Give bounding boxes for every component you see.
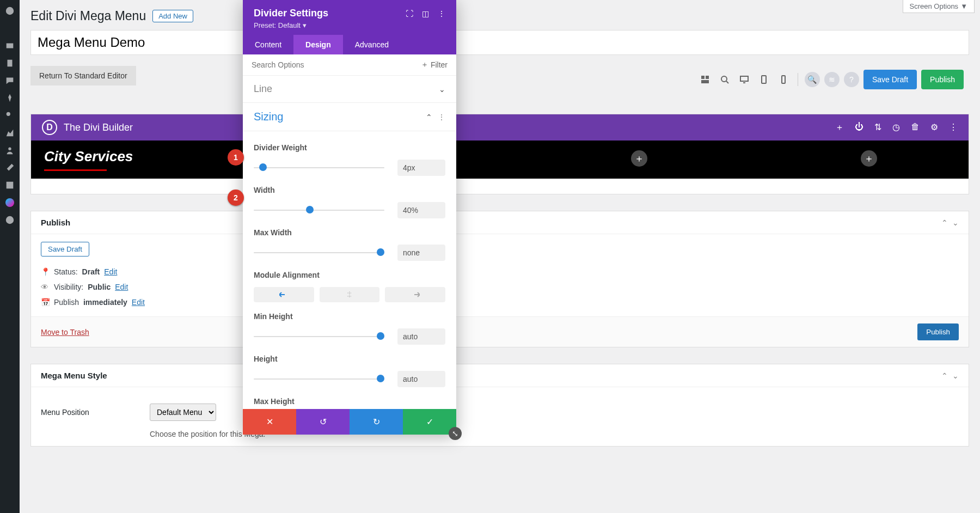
- cancel-button[interactable]: ✕: [243, 409, 296, 435]
- eye-icon: 👁: [41, 283, 50, 291]
- main-content: Edit Divi Mega Menu Add New Return To St…: [20, 0, 980, 468]
- pin2-icon[interactable]: [0, 89, 20, 107]
- confirm-button[interactable]: ✓: [403, 409, 456, 435]
- zoom-icon[interactable]: [717, 72, 732, 87]
- divider-weight-input[interactable]: [397, 160, 445, 176]
- visibility-edit-link[interactable]: Edit: [115, 283, 128, 291]
- max-height-label: Max Height: [254, 397, 445, 406]
- pin-icon[interactable]: [0, 20, 20, 37]
- resize-handle[interactable]: ⤡: [449, 427, 462, 440]
- desktop-icon[interactable]: [737, 72, 752, 87]
- layers-circle-icon[interactable]: ≋: [824, 72, 840, 87]
- height-slider[interactable]: [254, 377, 384, 381]
- add-module-button-2[interactable]: ＋: [861, 150, 877, 167]
- search-options-input[interactable]: [252, 60, 421, 69]
- phone-icon[interactable]: [776, 72, 791, 87]
- width-input[interactable]: [397, 202, 445, 218]
- publish-heading: Publish: [41, 218, 70, 227]
- filter-button[interactable]: ＋ Filter: [421, 60, 448, 70]
- add-new-button[interactable]: Add New: [152, 10, 193, 22]
- add-icon[interactable]: ＋: [835, 122, 844, 133]
- gear-icon[interactable]: ⚙: [930, 122, 938, 133]
- post-title-input[interactable]: [30, 30, 969, 55]
- visibility-value: Public: [88, 283, 111, 291]
- svg-rect-13: [782, 76, 785, 83]
- users-icon[interactable]: [0, 142, 20, 159]
- divi-logo-icon[interactable]: [0, 211, 20, 229]
- menu-position-select[interactable]: Default Menu: [150, 404, 216, 421]
- divi-color-icon[interactable]: [0, 194, 20, 211]
- help-circle-icon[interactable]: ?: [844, 72, 859, 87]
- chevron-down-icon[interactable]: ⌄: [952, 218, 959, 227]
- divi-row-preview: City Services ＋ ＋: [31, 141, 969, 179]
- schedule-edit-link[interactable]: Edit: [132, 298, 145, 307]
- more-icon[interactable]: ⋮: [949, 122, 958, 133]
- svg-point-3: [7, 112, 10, 116]
- width-slider[interactable]: [254, 209, 384, 212]
- divider-weight-slider[interactable]: [254, 166, 384, 169]
- field-height: Height: [254, 355, 445, 387]
- svg-point-6: [6, 216, 14, 224]
- publish-box-button[interactable]: Publish: [917, 323, 959, 340]
- tablet-icon[interactable]: [756, 72, 771, 87]
- height-input[interactable]: [397, 371, 445, 387]
- modal-footer: ✕ ↺ ↻ ✓: [243, 409, 456, 435]
- snap-icon[interactable]: ◫: [422, 9, 429, 18]
- pages-icon[interactable]: [0, 54, 20, 72]
- key-icon[interactable]: [0, 107, 20, 124]
- expand-icon[interactable]: ⛶: [406, 9, 413, 18]
- tab-design[interactable]: Design: [293, 35, 343, 54]
- tab-advanced[interactable]: Advanced: [343, 35, 401, 54]
- wireframe-icon[interactable]: [697, 72, 713, 87]
- visibility-row: 👁 Visibility: Public Edit: [41, 279, 959, 295]
- sort-icon[interactable]: ⇅: [874, 122, 881, 133]
- screen-options-tab[interactable]: Screen Options ▼: [903, 0, 975, 13]
- dashboard-icon[interactable]: [0, 2, 20, 20]
- power-icon[interactable]: ⏻: [855, 122, 863, 133]
- section-line-label: Line: [254, 83, 272, 95]
- field-max-width: Max Width: [254, 228, 445, 261]
- preset-label[interactable]: Preset: Default: [254, 21, 301, 29]
- svg-rect-1: [7, 44, 14, 48]
- save-draft-button[interactable]: Save Draft: [863, 70, 917, 89]
- search-circle-icon[interactable]: 🔍: [805, 72, 820, 87]
- media-icon[interactable]: [0, 37, 20, 54]
- max-width-slider[interactable]: [254, 251, 384, 254]
- more-vertical-icon[interactable]: ⋮: [438, 9, 445, 18]
- divi-logo-icon: D: [42, 120, 57, 135]
- redo-button[interactable]: ↻: [350, 409, 403, 435]
- section-sizing[interactable]: Sizing ⌃ ⋮: [243, 103, 456, 131]
- chevron-down-icon[interactable]: ⌄: [952, 371, 959, 380]
- section-line[interactable]: Line ⌄: [243, 76, 456, 103]
- tools-icon[interactable]: [0, 159, 20, 176]
- calendar-icon: 📅: [41, 298, 50, 307]
- comments-icon[interactable]: [0, 72, 20, 89]
- add-module-button-1[interactable]: ＋: [631, 150, 647, 167]
- align-right-button[interactable]: [385, 287, 445, 302]
- tab-content[interactable]: Content: [243, 35, 293, 54]
- svg-rect-9: [701, 80, 709, 83]
- max-width-input[interactable]: [397, 245, 445, 261]
- settings-icon[interactable]: [0, 176, 20, 194]
- status-row: 📍 Status: Draft Edit: [41, 264, 959, 279]
- trash-icon[interactable]: 🗑: [911, 122, 920, 133]
- divider-weight-label: Divider Weight: [254, 143, 445, 152]
- status-edit-link[interactable]: Edit: [104, 267, 117, 276]
- return-standard-editor-button[interactable]: Return To Standard Editor: [30, 66, 136, 86]
- align-left-button[interactable]: [254, 287, 314, 302]
- move-to-trash-link[interactable]: Move to Trash: [41, 328, 89, 337]
- align-center-button[interactable]: [320, 287, 380, 302]
- appearance-icon[interactable]: [0, 124, 20, 142]
- page-title: Edit Divi Mega Menu: [30, 9, 146, 23]
- field-divider-weight: Divider Weight: [254, 143, 445, 176]
- min-height-slider[interactable]: [254, 335, 384, 338]
- min-height-input[interactable]: [397, 328, 445, 345]
- save-draft-box-button[interactable]: Save Draft: [41, 242, 89, 256]
- publish-button[interactable]: Publish: [921, 70, 964, 89]
- more-vertical-icon[interactable]: ⋮: [438, 113, 445, 121]
- style-heading: Mega Menu Style: [41, 371, 107, 380]
- history-icon[interactable]: ◷: [892, 122, 900, 133]
- chevron-up-icon[interactable]: ⌃: [941, 218, 948, 227]
- chevron-up-icon[interactable]: ⌃: [941, 371, 948, 380]
- undo-button[interactable]: ↺: [296, 409, 350, 435]
